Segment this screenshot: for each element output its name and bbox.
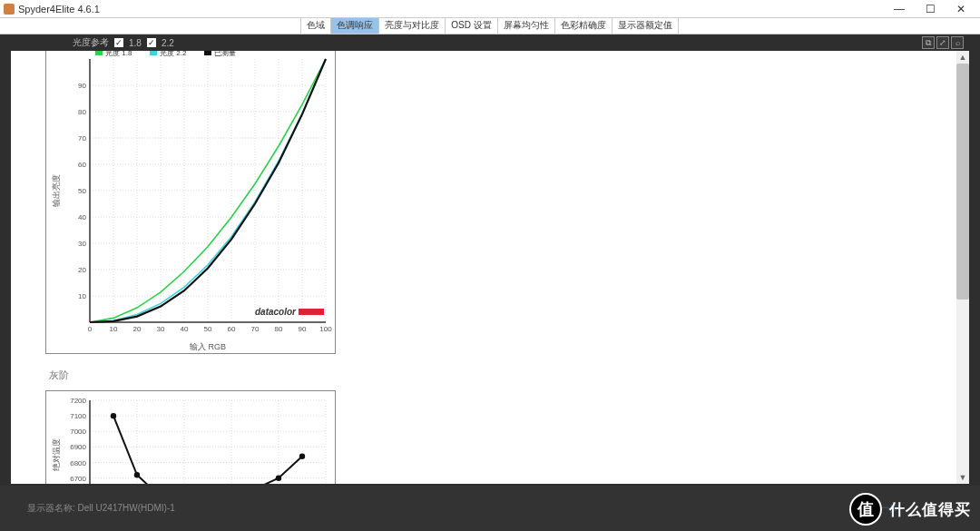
close-button[interactable]: ✕ xyxy=(946,0,976,18)
svg-text:40: 40 xyxy=(78,213,86,221)
minimize-button[interactable]: — xyxy=(884,0,915,18)
svg-text:6800: 6800 xyxy=(70,459,86,467)
window-controls: — ☐ ✕ xyxy=(884,0,976,18)
svg-point-83 xyxy=(134,472,140,477)
tab-uniformity[interactable]: 屏幕均匀性 xyxy=(497,18,555,34)
svg-text:datacolor: datacolor xyxy=(255,307,297,317)
svg-text:20: 20 xyxy=(78,266,86,274)
svg-text:7200: 7200 xyxy=(70,397,86,405)
svg-rect-44 xyxy=(150,51,157,55)
svg-text:6900: 6900 xyxy=(70,443,86,451)
svg-text:光度 1.8: 光度 1.8 xyxy=(105,51,132,57)
svg-text:7000: 7000 xyxy=(70,428,86,436)
svg-text:90: 90 xyxy=(299,325,307,333)
tab-gamut[interactable]: 色域 xyxy=(300,18,331,34)
svg-text:80: 80 xyxy=(275,325,283,333)
watermark: 值 什么值得买 xyxy=(849,493,971,526)
svg-text:输入 RGB: 输入 RGB xyxy=(190,342,226,351)
tab-bar: 色域 色调响应 亮度与对比度 OSD 设置 屏幕均匀性 色彩精确度 显示器额定值 xyxy=(0,18,980,34)
tab-color-accuracy[interactable]: 色彩精确度 xyxy=(554,18,612,34)
tab-osd-settings[interactable]: OSD 设置 xyxy=(445,18,497,34)
svg-text:60: 60 xyxy=(78,161,86,169)
monitor-label: 显示器名称: xyxy=(27,503,75,513)
status-bar: 显示器名称: Dell U2417HW(HDMI)-1 下一步 xyxy=(0,486,980,531)
svg-text:100: 100 xyxy=(319,325,332,333)
svg-text:30: 30 xyxy=(157,325,165,333)
tone-response-chart: 0102030405060708090100102030405060708090… xyxy=(45,51,336,354)
svg-point-89 xyxy=(276,476,281,481)
tab-brightness-contrast[interactable]: 亮度与对比度 xyxy=(378,18,446,34)
svg-text:6700: 6700 xyxy=(70,475,86,483)
svg-point-90 xyxy=(299,454,305,459)
reference-label: 光度参考 xyxy=(73,36,109,49)
grayscale-chart: 0204060801006500660067006800690070007100… xyxy=(45,390,336,484)
svg-text:40: 40 xyxy=(181,325,189,333)
app-icon xyxy=(4,4,15,15)
option-2-2: 2.2 xyxy=(162,38,174,48)
svg-text:7100: 7100 xyxy=(70,412,86,420)
svg-rect-42 xyxy=(95,51,103,55)
maximize-button[interactable]: ☐ xyxy=(915,0,946,18)
option-1-8: 1.8 xyxy=(129,38,142,48)
scroll-up-icon[interactable]: ▲ xyxy=(956,51,969,64)
svg-text:30: 30 xyxy=(78,240,86,248)
checkbox-1-8[interactable]: ✓ xyxy=(114,38,123,47)
scrollbar-thumb[interactable] xyxy=(956,64,969,300)
svg-text:60: 60 xyxy=(228,325,236,333)
toolbar-icon-3[interactable]: ⌕ xyxy=(951,36,964,49)
svg-rect-46 xyxy=(204,51,211,55)
svg-text:70: 70 xyxy=(251,325,260,333)
svg-text:50: 50 xyxy=(78,187,86,195)
tab-monitor-rating[interactable]: 显示器额定值 xyxy=(612,18,679,34)
title-bar: Spyder4Elite 4.6.1 — ☐ ✕ xyxy=(0,0,980,18)
grayscale-section-label: 灰阶 xyxy=(49,369,69,382)
svg-text:绝对温度: 绝对温度 xyxy=(52,438,61,471)
window-title: Spyder4Elite 4.6.1 xyxy=(18,4,100,15)
toolbar-icon-1[interactable]: ⧉ xyxy=(922,36,935,49)
svg-text:10: 10 xyxy=(110,325,118,333)
scroll-down-icon[interactable]: ▼ xyxy=(956,471,969,484)
svg-text:输出亮度: 输出亮度 xyxy=(52,174,61,207)
svg-text:0: 0 xyxy=(88,325,93,333)
toolbar-icon-2[interactable]: ⤢ xyxy=(936,36,949,49)
tab-tone-response[interactable]: 色调响应 xyxy=(330,18,379,34)
reference-bar: 光度参考 ✓ 1.8 ✓ 2.2 ⧉ ⤢ ⌕ xyxy=(0,34,980,51)
svg-text:10: 10 xyxy=(78,292,86,300)
svg-text:已测量: 已测量 xyxy=(214,51,236,57)
watermark-badge-icon: 值 xyxy=(849,493,882,526)
svg-text:90: 90 xyxy=(78,82,86,90)
svg-text:光度 2.2: 光度 2.2 xyxy=(160,51,187,57)
svg-text:70: 70 xyxy=(78,134,86,143)
svg-text:80: 80 xyxy=(78,108,86,116)
svg-text:20: 20 xyxy=(133,325,142,333)
svg-text:50: 50 xyxy=(204,325,212,333)
svg-rect-51 xyxy=(299,309,324,315)
checkbox-2-2[interactable]: ✓ xyxy=(147,38,156,47)
monitor-name: Dell U2417HW(HDMI)-1 xyxy=(78,503,175,513)
watermark-text: 什么值得买 xyxy=(889,499,971,520)
content-area: 0102030405060708090100102030405060708090… xyxy=(11,51,969,484)
svg-point-82 xyxy=(111,413,116,418)
